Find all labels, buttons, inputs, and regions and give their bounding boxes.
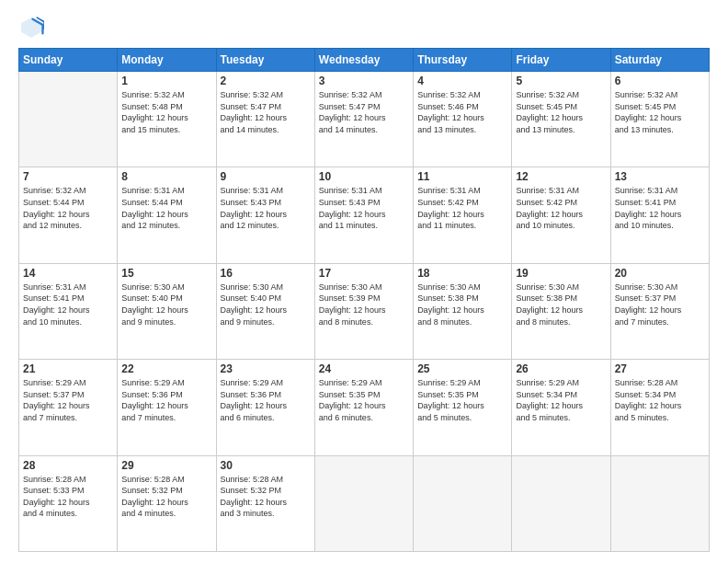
- day-number: 1: [121, 75, 211, 87]
- day-cell: 20Sunrise: 5:30 AM Sunset: 5:37 PM Dayli…: [610, 263, 709, 359]
- day-info: Sunrise: 5:32 AM Sunset: 5:44 PM Dayligh…: [23, 185, 113, 231]
- day-number: 7: [23, 170, 113, 183]
- day-number: 17: [319, 267, 409, 280]
- day-number: 11: [417, 170, 507, 183]
- day-cell: 4Sunrise: 5:32 AM Sunset: 5:46 PM Daylig…: [414, 72, 512, 167]
- day-number: 24: [319, 362, 409, 375]
- day-number: 12: [516, 170, 606, 183]
- day-number: 19: [516, 267, 606, 280]
- day-info: Sunrise: 5:29 AM Sunset: 5:35 PM Dayligh…: [417, 377, 507, 423]
- week-row-3: 14Sunrise: 5:31 AM Sunset: 5:41 PM Dayli…: [19, 263, 710, 359]
- day-info: Sunrise: 5:31 AM Sunset: 5:44 PM Dayligh…: [121, 185, 211, 231]
- logo: [18, 15, 48, 40]
- day-info: Sunrise: 5:31 AM Sunset: 5:43 PM Dayligh…: [221, 185, 311, 231]
- day-number: 5: [516, 75, 606, 87]
- day-number: 26: [516, 362, 606, 375]
- day-info: Sunrise: 5:28 AM Sunset: 5:34 PM Dayligh…: [615, 377, 705, 423]
- day-number: 30: [221, 459, 311, 472]
- week-row-2: 7Sunrise: 5:32 AM Sunset: 5:44 PM Daylig…: [19, 167, 710, 263]
- day-info: Sunrise: 5:31 AM Sunset: 5:43 PM Dayligh…: [319, 185, 409, 231]
- day-number: 8: [121, 170, 211, 183]
- day-cell: [610, 455, 709, 551]
- day-cell: 12Sunrise: 5:31 AM Sunset: 5:42 PM Dayli…: [512, 167, 610, 263]
- day-info: Sunrise: 5:32 AM Sunset: 5:47 PM Dayligh…: [319, 89, 409, 135]
- day-number: 16: [221, 267, 311, 280]
- day-info: Sunrise: 5:29 AM Sunset: 5:35 PM Dayligh…: [319, 377, 409, 423]
- page: SundayMondayTuesdayWednesdayThursdayFrid…: [0, 0, 728, 563]
- day-cell: 14Sunrise: 5:31 AM Sunset: 5:41 PM Dayli…: [19, 263, 118, 359]
- calendar-body: 1Sunrise: 5:32 AM Sunset: 5:48 PM Daylig…: [19, 72, 710, 552]
- day-info: Sunrise: 5:30 AM Sunset: 5:38 PM Dayligh…: [417, 282, 507, 327]
- day-info: Sunrise: 5:29 AM Sunset: 5:36 PM Dayligh…: [121, 377, 211, 423]
- day-number: 4: [417, 75, 507, 87]
- day-info: Sunrise: 5:28 AM Sunset: 5:32 PM Dayligh…: [221, 474, 311, 520]
- day-cell: [414, 455, 512, 551]
- day-info: Sunrise: 5:30 AM Sunset: 5:39 PM Dayligh…: [319, 282, 409, 327]
- header-cell-wednesday: Wednesday: [314, 49, 413, 72]
- day-info: Sunrise: 5:32 AM Sunset: 5:48 PM Dayligh…: [121, 89, 211, 135]
- week-row-5: 28Sunrise: 5:28 AM Sunset: 5:33 PM Dayli…: [19, 455, 710, 551]
- week-row-4: 21Sunrise: 5:29 AM Sunset: 5:37 PM Dayli…: [19, 360, 710, 455]
- day-number: 10: [319, 170, 409, 183]
- day-info: Sunrise: 5:28 AM Sunset: 5:32 PM Dayligh…: [121, 474, 211, 520]
- day-cell: 22Sunrise: 5:29 AM Sunset: 5:36 PM Dayli…: [118, 360, 216, 455]
- day-cell: 30Sunrise: 5:28 AM Sunset: 5:32 PM Dayli…: [216, 455, 314, 551]
- day-info: Sunrise: 5:30 AM Sunset: 5:40 PM Dayligh…: [121, 282, 211, 327]
- header-cell-thursday: Thursday: [414, 49, 512, 72]
- day-info: Sunrise: 5:29 AM Sunset: 5:36 PM Dayligh…: [221, 377, 311, 423]
- day-cell: 9Sunrise: 5:31 AM Sunset: 5:43 PM Daylig…: [216, 167, 314, 263]
- calendar-table: SundayMondayTuesdayWednesdayThursdayFrid…: [18, 48, 710, 552]
- day-number: 25: [417, 362, 507, 375]
- header-cell-monday: Monday: [118, 49, 216, 72]
- day-number: 9: [221, 170, 311, 183]
- day-info: Sunrise: 5:29 AM Sunset: 5:37 PM Dayligh…: [23, 377, 113, 423]
- day-number: 29: [121, 459, 211, 472]
- day-number: 28: [23, 459, 113, 472]
- day-cell: [512, 455, 610, 551]
- day-cell: 17Sunrise: 5:30 AM Sunset: 5:39 PM Dayli…: [314, 263, 413, 359]
- day-cell: 21Sunrise: 5:29 AM Sunset: 5:37 PM Dayli…: [19, 360, 118, 455]
- day-cell: 29Sunrise: 5:28 AM Sunset: 5:32 PM Dayli…: [118, 455, 216, 551]
- day-number: 15: [121, 267, 211, 280]
- day-number: 14: [23, 267, 113, 280]
- day-cell: 27Sunrise: 5:28 AM Sunset: 5:34 PM Dayli…: [610, 360, 709, 455]
- day-number: 18: [417, 267, 507, 280]
- day-number: 20: [615, 267, 705, 280]
- day-number: 13: [615, 170, 705, 183]
- day-cell: [314, 455, 413, 551]
- header-cell-saturday: Saturday: [610, 49, 709, 72]
- day-info: Sunrise: 5:28 AM Sunset: 5:33 PM Dayligh…: [23, 474, 113, 520]
- day-cell: 26Sunrise: 5:29 AM Sunset: 5:34 PM Dayli…: [512, 360, 610, 455]
- day-cell: 23Sunrise: 5:29 AM Sunset: 5:36 PM Dayli…: [216, 360, 314, 455]
- logo-icon: [18, 15, 44, 40]
- day-info: Sunrise: 5:30 AM Sunset: 5:38 PM Dayligh…: [516, 282, 606, 327]
- day-cell: 15Sunrise: 5:30 AM Sunset: 5:40 PM Dayli…: [118, 263, 216, 359]
- day-cell: 24Sunrise: 5:29 AM Sunset: 5:35 PM Dayli…: [314, 360, 413, 455]
- week-row-1: 1Sunrise: 5:32 AM Sunset: 5:48 PM Daylig…: [19, 72, 710, 167]
- header: [18, 15, 710, 40]
- day-info: Sunrise: 5:30 AM Sunset: 5:37 PM Dayligh…: [615, 282, 705, 327]
- day-number: 23: [221, 362, 311, 375]
- day-info: Sunrise: 5:32 AM Sunset: 5:45 PM Dayligh…: [615, 89, 705, 135]
- day-cell: 13Sunrise: 5:31 AM Sunset: 5:41 PM Dayli…: [610, 167, 709, 263]
- day-cell: 25Sunrise: 5:29 AM Sunset: 5:35 PM Dayli…: [414, 360, 512, 455]
- day-info: Sunrise: 5:32 AM Sunset: 5:45 PM Dayligh…: [516, 89, 606, 135]
- day-number: 2: [221, 75, 311, 87]
- day-info: Sunrise: 5:31 AM Sunset: 5:42 PM Dayligh…: [417, 185, 507, 231]
- day-cell: 16Sunrise: 5:30 AM Sunset: 5:40 PM Dayli…: [216, 263, 314, 359]
- day-info: Sunrise: 5:31 AM Sunset: 5:41 PM Dayligh…: [615, 185, 705, 231]
- day-cell: 2Sunrise: 5:32 AM Sunset: 5:47 PM Daylig…: [216, 72, 314, 167]
- day-info: Sunrise: 5:31 AM Sunset: 5:42 PM Dayligh…: [516, 185, 606, 231]
- day-cell: 18Sunrise: 5:30 AM Sunset: 5:38 PM Dayli…: [414, 263, 512, 359]
- day-cell: 3Sunrise: 5:32 AM Sunset: 5:47 PM Daylig…: [314, 72, 413, 167]
- header-cell-sunday: Sunday: [19, 49, 118, 72]
- day-cell: 6Sunrise: 5:32 AM Sunset: 5:45 PM Daylig…: [610, 72, 709, 167]
- day-info: Sunrise: 5:30 AM Sunset: 5:40 PM Dayligh…: [221, 282, 311, 327]
- day-cell: 5Sunrise: 5:32 AM Sunset: 5:45 PM Daylig…: [512, 72, 610, 167]
- day-cell: 1Sunrise: 5:32 AM Sunset: 5:48 PM Daylig…: [118, 72, 216, 167]
- day-number: 22: [121, 362, 211, 375]
- day-cell: 10Sunrise: 5:31 AM Sunset: 5:43 PM Dayli…: [314, 167, 413, 263]
- day-cell: 7Sunrise: 5:32 AM Sunset: 5:44 PM Daylig…: [19, 167, 118, 263]
- day-cell: 11Sunrise: 5:31 AM Sunset: 5:42 PM Dayli…: [414, 167, 512, 263]
- day-cell: 19Sunrise: 5:30 AM Sunset: 5:38 PM Dayli…: [512, 263, 610, 359]
